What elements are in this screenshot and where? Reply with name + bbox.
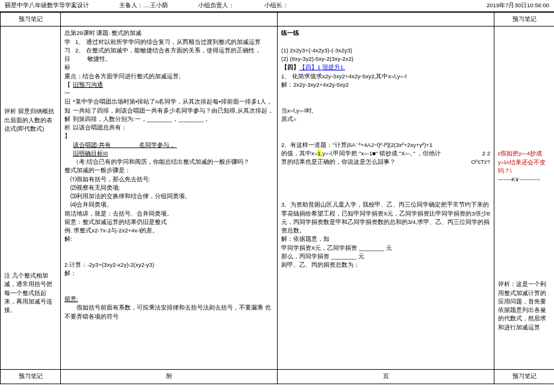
right-notes-column: ε假如把y=-4抄成y=lA结果还会不变吗？\ -------K∨-------… — [494, 26, 555, 370]
worksheet-table: 预习笔记 预习笔记 评析 留意归纳概括出后面的人数的表达式(即代数式) 注 几个… — [0, 12, 554, 384]
preview-title: 旧预习沟通 — [73, 81, 103, 88]
clarify-goal: 旧明确目标!0 — [73, 150, 108, 157]
steps-summary-1: 简洁地讲，就是：去括号、合并同类项。 — [64, 210, 273, 218]
left-notes-column: 评析 留意归纳概括出后面的人数的表达式(即代数式) 注 几个整式相加减，通常用括… — [1, 26, 61, 370]
analysis-note-2: 评析：这是一个利用整式加减计算的应用问题，首先要依据题意列出各量的代数式，然后求… — [498, 280, 550, 332]
think-prompt: （考:结合已有的学问和阅历，你能总结出整式加减的一般步骤吗？ — [73, 158, 273, 166]
q2: 2、有这样一道题："计算(6A⁻²+4AJ−l)²-l²](2(3x²+2xy+… — [281, 141, 490, 149]
footer-mid-2: 页 — [278, 370, 494, 384]
section-bracket: 【 一 旧 知 解 析 】 — [64, 81, 73, 167]
section-4-title: 【四】【四】1 现提升1. — [281, 63, 490, 72]
q2-line2: 的值，其中x=1,y=-l,甲同学把 "x=-1■" 错抄成 "X=-, " ，… — [281, 149, 490, 158]
steps-summary-2: 留意：整式加减运算的结果仍旧是整式 — [64, 218, 273, 226]
choir-problem-2: 以该合唱团总共有： — [73, 123, 273, 132]
analysis-note-1: 评析 留意归纳概括出后面的人数的表达式(即代数式) — [4, 107, 57, 133]
page-header: 丽星中学八年级数学导学案设计 主备人：....王小荫 小组负责人： 小组长： 2… — [0, 0, 554, 12]
step-4: ⑷合并同类项。 — [64, 201, 273, 209]
note-end: 假如括号前面有系数，可按乘法安排律和去括号法则去括号，不要漏乘 也不要弄错各项的… — [64, 303, 273, 321]
lesson-topline: 总第29课时 课题: 整式的加减 — [64, 29, 273, 37]
dash-line: -------K∨----------- — [498, 175, 550, 184]
main-left-content: 总第29课时 课题: 整式的加减 学习目标 1、 通过对以前所学学问的综合复习，… — [61, 26, 278, 370]
q2-line3: 算的结果也是正确的，你说这是怎么回事？ OºcTz? — [281, 158, 490, 166]
choir-problem-1: *某中学合唱团出场时第•排站了n名同学，从其次排起每•排前面一排多1人，一共站了… — [73, 98, 273, 123]
notes-header-left: 预习笔记 — [1, 13, 61, 26]
host-label: 主备人：....王小荫 — [119, 2, 168, 10]
goal-1: 1、 通过对以前所学学问的综合复习，从而顺当过渡到整式的加减运算 — [75, 38, 273, 46]
steps-title: 整式加减的一般步骤是： — [64, 166, 273, 175]
group-head: 小组长： — [264, 2, 288, 10]
when-xy: 当x=l,y=-l时, — [281, 107, 490, 115]
q3-line1: 甲同学捐资X元，乙同学捐资 ________ 元 — [281, 244, 490, 252]
timestamp: 2019年7月30日10:56:00 — [487, 2, 549, 10]
q1-sol: 解：2x2y-3xy2+4x2y-5xy2 — [281, 81, 490, 89]
goal-3: 敏捷性。 — [75, 55, 273, 63]
goals-label: 学习目标 — [64, 38, 73, 72]
q1: 1、 化简求值求x2y-3xy2+4x2y-5xy2,其中x=l,y=-l — [281, 72, 490, 81]
example-1: 例. 求整式x2-7x-2与-2x2+4x-l的差。 — [64, 226, 273, 235]
q3-sol-label: 解：依据题意，知 — [281, 235, 490, 243]
orig-expr: 原式= — [281, 115, 490, 123]
keypoint: 重点：结合各方面学问进行整式的加减运算; — [64, 72, 273, 81]
q3-line2: 那么，丙同学捐资 ________ 元 — [281, 252, 490, 261]
main-right-content: 练一练 (1) 2x2y3+(-4x2y3)-(-3x2y3) (2) (8xy… — [278, 26, 494, 370]
step-2: ⑵视察有无同类项; — [64, 184, 273, 192]
practice-title: 练一练 — [281, 29, 490, 37]
bracket-note: 注 几个整式相加减，通常用括号把每一个整式括起来，再用加减号连接。 — [4, 272, 57, 314]
footer-mid-1: 附 — [61, 370, 278, 384]
example-2: 2.计算：-2y3+(3xy2-x2y)-2(xy2-y3) — [64, 261, 273, 269]
red-note: ε假如把y=-4抄成y=lA结果还会不变吗？\ — [498, 149, 550, 175]
example-1-sol: 解: — [64, 235, 273, 243]
footer-note-right: 预习笔记 — [494, 370, 555, 384]
note-end-label: 留意: — [64, 296, 78, 302]
footer-note-left: 预习笔记 — [1, 370, 61, 384]
example-2-sol: 解： — [64, 269, 273, 278]
practice-1: (1) 2x2y3+(-4x2y3)-(-3x2y3) — [281, 46, 490, 55]
notes-header-right: 预习笔记 — [494, 13, 555, 26]
q3-text: 3、为资助贫困山区儿童入学，我校甲、乙、丙三位同学确定把平常节约下来的零花钱捐给… — [281, 201, 490, 235]
choir-problem-3: 该合唱团:共有 ________ 名同学参与 。 — [73, 141, 273, 149]
step-3: ⑶利用加法的交换律和结合律，分组同类项。 — [64, 192, 273, 201]
q3-line3: 则甲、乙、丙的捐资总数为： — [281, 261, 490, 269]
group-leader: 小组负责人： — [198, 2, 234, 10]
school-title: 丽星中学八年级数学导学案设计 — [5, 2, 89, 10]
step-1: ⑴假如有括号，那么先去括号; — [64, 175, 273, 184]
practice-2: (2) (8xy-3y2)-5xy-2(3xy-2x2) — [281, 55, 490, 63]
goal-2: 2、 在整式的加减中，能敏捷结合各方面的关系，使得运算的正确性， — [75, 46, 273, 55]
